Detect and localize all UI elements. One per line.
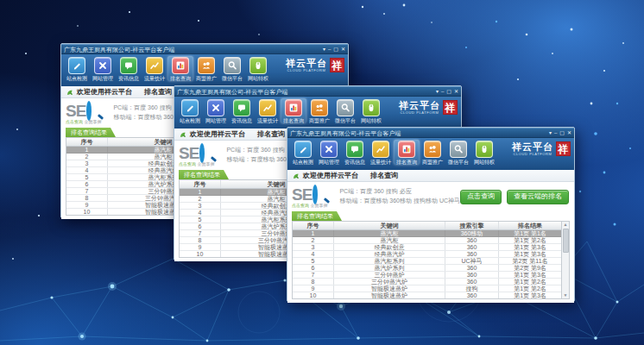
brand-name: 祥云平台 bbox=[399, 100, 440, 110]
view-cloud-rank-button[interactable]: 查看云端的排名 bbox=[507, 190, 569, 204]
line-chart-icon bbox=[146, 57, 163, 74]
toolbar-item-traffic-stats[interactable]: 流量统计 bbox=[368, 140, 394, 165]
seo-tagline: 点击查询 全面掌握 bbox=[292, 204, 327, 208]
close-icon[interactable]: ✕ bbox=[341, 47, 345, 52]
breadcrumb-welcome: 欢迎使用祥云平台 bbox=[303, 172, 358, 179]
skin-icon[interactable]: ▾ bbox=[436, 89, 439, 94]
toolbar-item-rank-query[interactable]: 排名查询 bbox=[281, 98, 306, 123]
toolbar-item-news-info[interactable]: 资讯信息 bbox=[229, 98, 255, 123]
table-body: 1 蒸汽柜 360移动 第1页 第1名 2 蒸汽柜 360 第1页 第2名 bbox=[293, 230, 561, 298]
query-button[interactable]: 点击查询 bbox=[460, 190, 502, 204]
breadcrumb-page: 排名查询 bbox=[370, 172, 398, 179]
cell-index: 8 bbox=[66, 195, 108, 201]
toolbar-item-site-privilege[interactable]: 网站特权 bbox=[358, 98, 384, 123]
cell-engine: 360 bbox=[445, 244, 499, 250]
cell-rank: 第1页 第3名 bbox=[499, 272, 561, 278]
maximize-icon[interactable]: ▢ bbox=[559, 130, 565, 135]
table-row[interactable]: 4 经典蒸汽炉 360 第1页 第3名 bbox=[293, 251, 561, 258]
table-row[interactable]: 9 智能极速蒸炉 搜狗 第1页 第2名 bbox=[293, 285, 561, 292]
toolbar-item-wechat-platform[interactable]: 微信平台 bbox=[445, 140, 471, 165]
toolbar-item-news-info[interactable]: 资讯信息 bbox=[116, 56, 142, 81]
toolbar-item-site-check[interactable]: 站点检测 bbox=[290, 140, 316, 165]
toolbar-item-site-privilege[interactable]: 网站特权 bbox=[245, 56, 271, 81]
toolbar-item-wechat-platform[interactable]: 微信平台 bbox=[332, 98, 358, 123]
toolbar-item-site-privilege[interactable]: 网站特权 bbox=[471, 140, 497, 165]
magnifier-logo-icon bbox=[199, 146, 214, 160]
cell-keyword: 蒸汽柜系列 bbox=[334, 258, 445, 264]
toolbar-item-union-promo[interactable]: 商盟推广 bbox=[420, 140, 445, 165]
col-header-index: 序号 bbox=[66, 138, 108, 146]
toolbar-item-traffic-stats[interactable]: 流量统计 bbox=[142, 56, 167, 81]
table-scrollbar[interactable]: ▲ ▼ bbox=[561, 222, 569, 298]
magnifier-logo-icon bbox=[86, 104, 101, 118]
minimize-icon[interactable]: – bbox=[441, 89, 444, 94]
minimize-icon[interactable]: – bbox=[328, 47, 331, 52]
scroll-down-icon[interactable]: ▼ bbox=[564, 292, 568, 298]
table-row[interactable]: 5 蒸汽柜系列 UC神马 第2页 第11名 bbox=[293, 258, 561, 265]
sprout-icon bbox=[293, 172, 300, 179]
desktop: 广东九鼎王厨具有限公司-祥云平台客户端 ▾ – ▢ ✕ 站点检测 网站管理 资讯… bbox=[0, 0, 644, 345]
table-row[interactable]: 8 三分钟蒸汽炉 360 第1页 第2名 bbox=[293, 279, 561, 285]
brand-badge: 祥 bbox=[330, 58, 344, 72]
window-titlebar[interactable]: 广东九鼎王厨具有限公司-祥云平台客户端 ▾ – ▢ ✕ bbox=[287, 128, 574, 138]
maximize-icon[interactable]: ▢ bbox=[446, 89, 451, 94]
table-row[interactable]: 10 智能极速蒸炉 360 第1页 第3名 bbox=[293, 292, 561, 298]
mouse-icon bbox=[476, 141, 493, 158]
cell-index: 6 bbox=[66, 181, 108, 187]
cell-index: 5 bbox=[180, 216, 221, 223]
toolbar-item-site-manage[interactable]: 网站管理 bbox=[90, 56, 116, 81]
scroll-up-icon[interactable]: ▲ bbox=[564, 222, 568, 228]
main-toolbar: 站点检测 网站管理 资讯信息 流量统计 排名查询 bbox=[61, 54, 348, 86]
toolbar-item-union-promo[interactable]: 商盟推广 bbox=[306, 98, 332, 123]
cell-index: 7 bbox=[66, 188, 108, 194]
seo-logo: SE 点击查询 全面掌握 bbox=[292, 186, 327, 208]
sprout-icon bbox=[180, 130, 186, 138]
cell-engine: 360 bbox=[445, 292, 499, 298]
toolbar-item-site-check[interactable]: 站点检测 bbox=[177, 98, 203, 123]
toolbar-item-rank-query[interactable]: 排名查询 bbox=[167, 56, 193, 81]
maximize-icon[interactable]: ▢ bbox=[333, 47, 338, 52]
tab-rank-result[interactable]: 排名查询结果 bbox=[292, 211, 342, 221]
cell-index: 1 bbox=[180, 189, 221, 195]
toolbar-item-wechat-platform[interactable]: 微信平台 bbox=[219, 56, 245, 81]
table-row[interactable]: 2 蒸汽柜 360 第1页 第2名 bbox=[293, 237, 561, 244]
mouse-icon bbox=[249, 57, 267, 74]
toolbar-item-news-info[interactable]: 资讯信息 bbox=[342, 140, 368, 165]
scrollbar-thumb[interactable] bbox=[563, 229, 569, 253]
pencil-icon bbox=[294, 141, 312, 158]
toolbar-item-site-manage[interactable]: 网站管理 bbox=[203, 98, 229, 123]
cell-index: 4 bbox=[66, 167, 108, 173]
window-title: 广东九鼎王厨具有限公司-祥云平台客户端 bbox=[64, 47, 174, 53]
window-titlebar[interactable]: 广东九鼎王厨具有限公司-祥云平台客户端 ▾ – ▢ ✕ bbox=[61, 44, 348, 54]
table-row[interactable]: 3 经典款创意 360 第1页 第3名 bbox=[293, 244, 561, 251]
close-icon[interactable]: ✕ bbox=[454, 89, 458, 94]
cell-rank: 第1页 第2名 bbox=[499, 279, 561, 285]
cell-rank: 第1页 第3名 bbox=[499, 251, 561, 257]
cell-engine: 360 bbox=[445, 237, 499, 243]
tab-rank-result[interactable]: 排名查询结果 bbox=[66, 128, 116, 137]
tab-rank-result[interactable]: 排名查询结果 bbox=[179, 170, 229, 179]
close-icon[interactable]: ✕ bbox=[567, 130, 571, 135]
cell-index: 2 bbox=[293, 237, 334, 243]
query-header: SE 点击查询 全面掌握 PC端：百度 360 搜狗 必应 移动端：百度移动 3… bbox=[292, 182, 570, 211]
table-row[interactable]: 7 三分钟蒸炉 360 第1页 第3名 bbox=[293, 272, 561, 279]
toolbar-item-traffic-stats[interactable]: 流量统计 bbox=[255, 98, 281, 123]
brand-subtitle: CLOUD PLATFORM bbox=[514, 153, 552, 156]
skin-icon[interactable]: ▾ bbox=[549, 130, 552, 135]
cell-engine: 360移动 bbox=[445, 230, 499, 236]
toolbar-item-site-manage[interactable]: 网站管理 bbox=[316, 140, 342, 165]
brand-name: 祥云平台 bbox=[286, 58, 327, 68]
skin-icon[interactable]: ▾ bbox=[323, 47, 325, 52]
toolbar-item-rank-query[interactable]: 排名查询 bbox=[394, 140, 420, 165]
minimize-icon[interactable]: – bbox=[554, 130, 557, 135]
cell-index: 9 bbox=[293, 285, 334, 292]
cell-rank: 第1页 第2名 bbox=[499, 285, 561, 292]
toolbar-item-site-check[interactable]: 站点检测 bbox=[64, 56, 90, 81]
table-row[interactable]: 6 蒸汽炉系列 360 第2页 第9名 bbox=[293, 265, 561, 272]
table-row[interactable]: 1 蒸汽柜 360移动 第1页 第1名 bbox=[293, 230, 561, 237]
tools-icon bbox=[207, 99, 224, 116]
table-header-row: 序号 关键词 搜索引擎 排名结果 bbox=[293, 222, 561, 230]
window-titlebar[interactable]: 广东九鼎王厨具有限公司-祥云平台客户端 ▾ – ▢ ✕ bbox=[174, 86, 461, 97]
chat-icon bbox=[120, 57, 137, 74]
toolbar-item-union-promo[interactable]: 商盟推广 bbox=[193, 56, 219, 81]
